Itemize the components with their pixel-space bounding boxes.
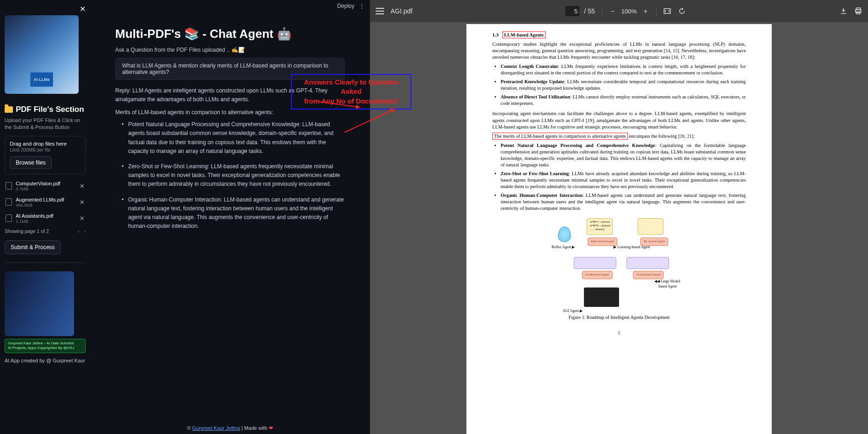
robot-book-label: AI LLMs: [30, 72, 53, 87]
section-number: 1.3: [492, 32, 499, 37]
pdf-toolbar: AGI.pdf / 55 − 100% +: [370, 0, 868, 22]
learning-label: ▶ Learning-based Agent: [614, 245, 650, 250]
menu-icon[interactable]: [376, 8, 384, 14]
annotation-callout: Answers Clearly to Question Asked from A…: [291, 74, 411, 110]
profile-badge-line1: Gurpreet Kaur Jethra – AI Data Scientist: [8, 341, 82, 346]
reflex-label: Reflex Agent ▶: [552, 245, 575, 250]
file-pager: Showing page 1 of 2 ‹ ›: [5, 228, 86, 234]
file-name: ComputerVision.pdf: [16, 181, 76, 186]
profile-badge-line2: AI Projects, Apps Copyrighted By @CKJ: [8, 346, 82, 350]
footer: © Gurpreet Kaur Jethra | Made with ❤: [90, 425, 370, 431]
page-number-footer: 5: [492, 330, 746, 336]
page-subtitle: Ask a Question from the PDF Files upload…: [115, 47, 345, 53]
pdf-filename: AGI.pdf: [391, 7, 412, 15]
browse-files-button[interactable]: Browse files: [10, 156, 52, 169]
file-name: AI Assistants.pdf: [16, 213, 76, 219]
list-item: Absence of Direct Tool Utilization: LLMs…: [501, 94, 746, 107]
fit-page-icon[interactable]: [663, 7, 671, 15]
file-row: ComputerVision.pdf 3.7MB ✕: [5, 178, 86, 194]
merits-boxed: The merits of LLM-based agents in compar…: [492, 133, 628, 140]
page-title: Multi-PDF's 📚 - Chat Agent 🤖: [115, 27, 345, 41]
page-number-input[interactable]: [565, 6, 579, 16]
file-icon: [6, 198, 12, 206]
sidebar: ✕ AI LLMs PDF File's Section Upload your…: [0, 0, 90, 434]
merits-heading: Merits of LLM-based agents in comparison…: [115, 109, 345, 116]
pager-text: Showing page 1 of 2: [5, 228, 49, 234]
dropzone-sub-text: Limit 200MB per file: [10, 147, 81, 153]
annotation-line2: from Any No of Documents!!: [296, 97, 407, 106]
section-title-boxed: LLM-based Agents: [502, 31, 546, 38]
pager-next-icon[interactable]: ›: [84, 228, 86, 234]
pdf-viewport[interactable]: 1.3 LLM-based Agents Contemporary studie…: [370, 22, 868, 434]
submit-process-button[interactable]: Submit & Process: [5, 240, 61, 254]
file-row: AI Assistants.pdf 1.1MB ✕: [5, 210, 86, 226]
limitations-list: Context Length Constraint: LLMs frequent…: [501, 63, 746, 107]
zoom-in-icon[interactable]: +: [641, 7, 650, 15]
remove-file-icon[interactable]: ✕: [80, 199, 85, 206]
more-menu-icon[interactable]: ⋮: [359, 3, 365, 9]
rotate-icon[interactable]: [678, 7, 686, 15]
footer-made: | Made with: [242, 425, 269, 431]
agi-label: AGI Agent ▶: [563, 309, 583, 314]
large-model-label: ◀◀ Large Model-based Agent: [651, 279, 684, 289]
heart-icon: ❤: [269, 425, 273, 431]
folder-icon: [5, 106, 13, 113]
bridge-paragraph: Incorporating agent mechanisms can facil…: [492, 110, 746, 130]
sidebar-hero-image: AI LLMs: [5, 15, 79, 94]
page-total: / 55: [584, 7, 595, 15]
pdf-merits-list: Potent Natural Language Processing and C…: [501, 142, 746, 212]
list-item: Potent Natural Language Processing and C…: [501, 142, 746, 168]
close-icon[interactable]: ✕: [5, 5, 86, 15]
svg-rect-0: [664, 9, 670, 14]
pager-prev-icon[interactable]: ‹: [78, 228, 80, 234]
pdf-section-title-text: PDF File's Section: [16, 105, 84, 114]
merits-sentence: The merits of LLM-based agents in compar…: [492, 133, 746, 140]
file-size: 466.5KB: [16, 202, 76, 208]
merits-item: Zero-Shot or Few-Shot Learning: LLM-base…: [122, 162, 345, 189]
figure-area: A*B*C→Action1A*B*D→Action2…→Action3 Rule…: [492, 218, 746, 321]
file-size: 1.1MB: [16, 219, 76, 224]
remove-file-icon[interactable]: ✕: [80, 215, 85, 222]
profile-card-image: [5, 271, 74, 336]
file-dropzone[interactable]: Drag and drop files here Limit 200MB per…: [5, 136, 86, 174]
roadmap-diagram: A*B*C→Action1A*B*D→Action2…→Action3 Rule…: [554, 218, 684, 311]
pdf-section-title: PDF File's Section: [5, 105, 86, 114]
divider: [5, 263, 86, 263]
zoom-level[interactable]: 100%: [621, 8, 637, 15]
list-item: Context Length Constraint: LLMs frequent…: [501, 63, 746, 76]
annotation-line1: Answers Clearly to Question Asked: [296, 78, 407, 97]
deploy-button[interactable]: Deploy: [337, 3, 354, 9]
figure-caption: Figure 1: Roadmap of Intelligent Agents …: [492, 314, 746, 321]
upload-help-text: Upload your PDF Files & Click on the Sub…: [5, 117, 86, 131]
list-item: Organic Human-Computer Interaction: LLM-…: [501, 192, 746, 212]
file-icon: [6, 214, 12, 222]
file-row: Augmented LLMs.pdf 466.5KB ✕: [5, 194, 86, 210]
zoom-out-icon[interactable]: −: [608, 7, 617, 15]
file-size: 3.7MB: [16, 186, 76, 191]
remove-file-icon[interactable]: ✕: [80, 183, 85, 189]
merits-list: Potent Natural Language Processing and C…: [115, 120, 345, 231]
pdf-viewer: AGI.pdf / 55 − 100% + 1.3: [370, 0, 868, 434]
main-panel: Deploy ⋮ Multi-PDF's 📚 - Chat Agent 🤖 As…: [90, 0, 370, 434]
profile-badge: Gurpreet Kaur Jethra – AI Data Scientist…: [5, 339, 86, 353]
footer-author-link[interactable]: Gurpreet Kaur Jethra: [192, 425, 240, 431]
merits-item: Potent Natural Language Processing and C…: [122, 120, 345, 156]
merits-item: Organic Human-Computer Interaction: LLM-…: [122, 196, 345, 231]
list-item: Zero-Shot or Few-Shot Learning: LLMs hav…: [501, 171, 746, 190]
print-icon[interactable]: [854, 7, 862, 15]
app-credit: AI App created by @ Gurpreet Kaur: [5, 358, 86, 363]
pdf-intro-paragraph: Contemporary studies highlight the excep…: [492, 41, 746, 61]
footer-copyright: ©: [187, 425, 192, 431]
pdf-page: 1.3 LLM-based Agents Contemporary studie…: [466, 24, 772, 434]
list-item: Protracted Knowledge Update: LLMs necess…: [501, 79, 746, 92]
file-name: Augmented LLMs.pdf: [16, 197, 76, 202]
download-icon[interactable]: [839, 7, 848, 15]
file-icon: [6, 182, 12, 189]
dropzone-main-text: Drag and drop files here: [10, 141, 81, 147]
